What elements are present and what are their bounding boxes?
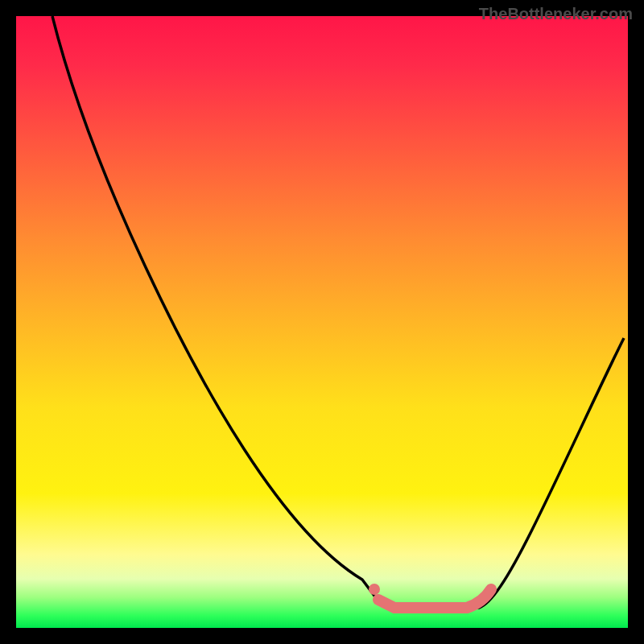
marker-dot	[369, 584, 380, 595]
watermark-text: TheBottleneker.com	[479, 5, 633, 23]
marker-line	[378, 589, 491, 608]
bottleneck-curve	[52, 16, 624, 608]
chart-container: TheBottleneker.com	[0, 0, 644, 644]
curve-overlay	[16, 16, 628, 628]
plot-area	[16, 16, 628, 628]
